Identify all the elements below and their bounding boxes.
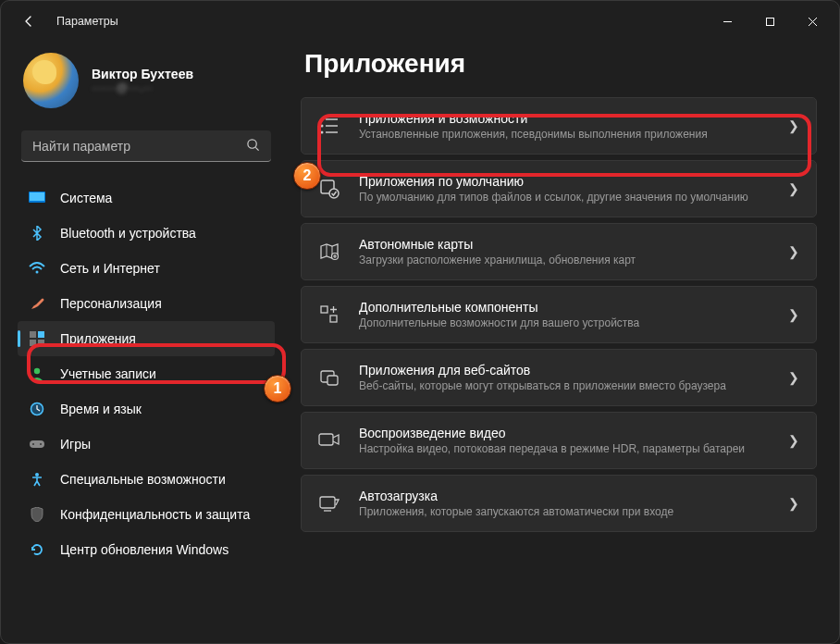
svg-rect-31 [320,497,335,508]
profile-block[interactable]: Виктор Бухтеев ········@····.··· [14,47,278,121]
maximize-button[interactable] [748,6,791,36]
profile-name: Виктор Бухтеев [92,67,193,81]
svg-point-16 [35,473,39,477]
clock-icon [29,401,45,417]
accessibility-icon [29,471,45,488]
card-title: Приложения и возможности [359,111,770,126]
card-title: Воспроизведение видео [359,426,770,440]
card-video-playback[interactable]: Воспроизведение видео Настройка видео, п… [301,412,817,469]
sidebar-item-gaming[interactable]: Игры [18,427,275,462]
sidebar-item-accounts[interactable]: Учетные записи [18,356,275,391]
card-subtitle: Приложения, которые запускаются автомати… [359,505,770,518]
search-icon [246,138,260,155]
svg-rect-1 [766,18,773,25]
sidebar-item-label: Система [60,191,112,205]
components-icon [318,303,340,326]
sidebar-item-time[interactable]: Время и язык [18,391,275,427]
map-icon [318,241,340,263]
sidebar-item-label: Персонализация [60,296,162,311]
search-box[interactable] [21,130,271,162]
card-optional-features[interactable]: Дополнительные компоненты Дополнительные… [301,286,817,343]
update-icon [29,541,45,558]
chevron-right-icon: ❯ [788,118,799,133]
search-input[interactable] [32,139,246,154]
svg-point-2 [248,139,256,147]
sidebar-item-accessibility[interactable]: Специальные возможности [18,462,275,497]
sidebar-item-bluetooth[interactable]: Bluetooth и устройства [18,216,275,251]
card-title: Дополнительные компоненты [359,300,770,315]
svg-point-19 [321,125,324,128]
page-title: Приложения [304,49,817,79]
chevron-right-icon: ❯ [788,496,799,511]
list-icon [318,115,340,137]
svg-point-14 [32,443,34,445]
sidebar-item-network[interactable]: Сеть и Интернет [18,251,275,286]
gamepad-icon [29,436,45,452]
card-apps-websites[interactable]: Приложения для веб-сайтов Веб-сайты, кот… [301,349,817,406]
window-controls [706,6,834,36]
svg-rect-10 [38,340,44,346]
card-subtitle: По умолчанию для типов файлов и ссылок, … [359,191,770,204]
sidebar-item-privacy[interactable]: Конфиденциальность и защита [18,497,275,532]
card-title: Приложения по умолчанию [359,174,770,189]
svg-rect-27 [330,316,337,322]
svg-rect-5 [30,192,44,201]
nav-list: Система Bluetooth и устройства Сеть и Ин… [14,180,278,567]
sidebar-item-label: Приложения [60,331,136,346]
svg-point-21 [321,131,324,134]
svg-rect-13 [30,440,44,448]
sidebar-item-system[interactable]: Система [18,180,275,216]
back-button[interactable] [14,6,43,36]
sidebar-item-label: Центр обновления Windows [60,542,229,557]
profile-email: ········@····.··· [92,81,193,94]
sidebar-item-update[interactable]: Центр обновления Windows [18,532,275,567]
sidebar-item-label: Учетные записи [60,366,156,381]
card-apps-features[interactable]: Приложения и возможности Установленные п… [301,97,817,155]
chevron-right-icon: ❯ [788,370,799,385]
avatar [23,53,79,108]
shield-icon [29,506,45,523]
main-panel: Приложения Приложения и возможности Уста… [288,42,839,643]
sidebar-item-label: Игры [60,437,91,452]
card-title: Автозагрузка [359,489,770,503]
startup-icon [318,492,340,514]
svg-rect-26 [321,306,327,313]
titlebar: Параметры [1,1,839,42]
settings-window: Параметры Виктор Бухтеев ········@····.·… [0,0,840,644]
monitor-icon [29,190,45,206]
svg-point-6 [36,271,39,274]
svg-point-24 [329,189,339,198]
card-startup[interactable]: Автозагрузка Приложения, которые запуска… [301,475,817,532]
card-offline-maps[interactable]: Автономные карты Загрузки расположение х… [301,223,817,280]
card-title: Приложения для веб-сайтов [359,363,770,378]
bluetooth-icon [29,225,45,242]
sidebar-item-apps[interactable]: Приложения [18,321,275,356]
window-title: Параметры [56,15,118,28]
sidebar-item-personalization[interactable]: Персонализация [18,286,275,321]
sidebar: Виктор Бухтеев ········@····.··· Система… [1,42,288,643]
card-subtitle: Дополнительные возможности для вашего ус… [359,316,770,329]
svg-rect-29 [327,376,338,385]
svg-rect-8 [38,331,44,338]
annotation-badge-2: 2 [293,162,321,190]
svg-point-11 [34,368,40,374]
card-title: Автономные карты [359,237,770,252]
close-button[interactable] [791,6,834,36]
chevron-right-icon: ❯ [788,181,799,196]
chevron-right-icon: ❯ [788,244,799,259]
apps-icon [29,330,45,347]
wifi-icon [29,260,45,277]
sidebar-item-label: Сеть и Интернет [60,261,160,276]
svg-line-3 [255,147,258,150]
card-subtitle: Загрузки расположение хранилища, обновле… [359,254,770,266]
chevron-right-icon: ❯ [788,307,799,322]
person-icon [29,365,45,382]
sidebar-item-label: Время и язык [60,402,142,416]
svg-point-17 [321,118,324,121]
apps-web-icon [318,366,340,389]
minimize-button[interactable] [706,6,748,36]
card-default-apps[interactable]: Приложения по умолчанию По умолчанию для… [301,160,817,217]
sidebar-item-label: Специальные возможности [60,472,226,487]
svg-point-15 [40,443,42,445]
card-subtitle: Настройка видео, потоковая передача в ре… [359,442,770,455]
